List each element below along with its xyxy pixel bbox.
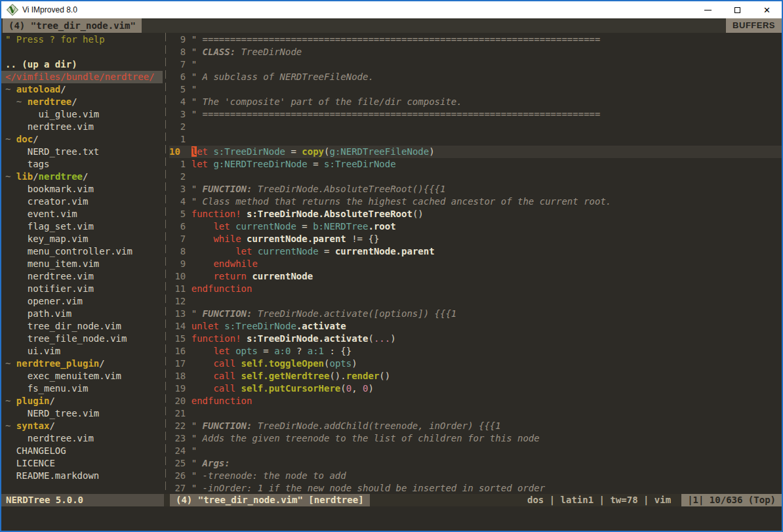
nerdtree-file[interactable]: opener.vim [5,295,163,308]
minimize-button[interactable] [693,1,723,18]
line-number: 8 [169,46,191,58]
code-line[interactable]: 25" Args: [169,457,782,470]
code-line[interactable]: 9" =====================================… [169,33,782,46]
code-line[interactable]: 11endfunction [169,283,782,295]
code-area[interactable]: 9" =====================================… [169,33,782,494]
code-line[interactable]: 22" FUNCTION: TreeDirNode.addChild(treen… [169,420,782,432]
nerdtree-file[interactable]: ui_glue.vim [5,108,163,121]
nerdtree-file[interactable]: README.markdown [5,470,163,482]
code-line[interactable]: 10 return currentNode [169,270,782,283]
code-line[interactable]: 6 let currentNode = b:NERDTree.root [169,220,782,233]
code-text: endwhile [191,258,782,270]
code-line[interactable]: 8" CLASS: TreeDirNode [169,46,782,58]
code-line[interactable]: 7" [169,58,782,71]
vim-app-icon [7,4,18,16]
code-line[interactable]: 3" =====================================… [169,108,782,121]
nerdtree-file[interactable]: event.vim [5,208,163,220]
nerdtree-file[interactable]: menu_controller.vim [5,245,163,258]
nerdtree-file[interactable]: bookmark.vim [5,183,163,195]
nerdtree-file[interactable]: creator.vim [5,195,163,208]
nerdtree-panel[interactable]: " Press ? for help.. (up a dir)</vimfile… [1,33,163,494]
nerdtree-file[interactable]: nerdtree.vim [5,121,163,133]
code-text: " FUNCTION: TreeDirNode.activate([option… [191,308,782,320]
statusline-filename: (4) "tree_dir_node.vim" [nerdtree] [170,494,370,506]
nerdtree-up-a-dir[interactable]: .. (up a dir) [5,58,163,71]
nerdtree-dir-plugin[interactable]: ~ plugin/ [5,395,163,407]
nerdtree-dir-syntax[interactable]: ~ syntax/ [5,420,163,432]
buffers-label[interactable]: BUFFERS [726,18,782,33]
code-line[interactable]: 5function! s:TreeDirNode.AbsoluteTreeRoo… [169,208,782,220]
code-line[interactable]: 6" A subclass of NERDTreeFileNode. [169,71,782,83]
nerdtree-file[interactable]: LICENCE [5,457,163,470]
titlebar: Vi IMproved 8.0 ✕ [1,1,782,18]
code-text: call self.getNerdtree().render() [191,370,782,382]
nerdtree-file[interactable]: NERD_tree.txt [5,146,163,158]
code-line[interactable]: 2 [169,121,782,133]
nerdtree-line[interactable]: " Press ? for help [5,33,163,46]
nerdtree-dir-nerdtree-plugin[interactable]: ~ nerdtree_plugin/ [5,358,163,370]
nerdtree-dir-autoload[interactable]: ~ autoload/ [5,83,163,96]
nerdtree-file[interactable]: ui.vim [5,345,163,358]
line-number: 4 [169,195,191,208]
nerdtree-dir-lib-nerdtree[interactable]: ~ lib/nerdtree/ [5,171,163,183]
nerdtree-file[interactable]: fs_menu.vim [5,382,163,395]
nerdtree-file[interactable]: exec_menuitem.vim [5,370,163,382]
code-line[interactable]: 23" Adds the given treenode to the list … [169,432,782,445]
code-line[interactable]: 24" [169,445,782,457]
code-line[interactable]: 1 [169,133,782,146]
code-line[interactable]: 14unlet s:TreeDirNode.activate [169,320,782,333]
nerdtree-file[interactable]: NERD_tree.vim [5,407,163,420]
nerdtree-file[interactable]: nerdtree.vim [5,432,163,445]
nerdtree-file[interactable]: flag_set.vim [5,220,163,233]
nerdtree-dir-doc[interactable]: ~ doc/ [5,133,163,146]
line-number: 24 [169,445,191,457]
line-number: 7 [169,233,191,245]
code-line[interactable]: 15function! s:TreeDirNode.activate(...) [169,333,782,345]
window-separator[interactable] [163,33,169,494]
command-line-area[interactable] [1,506,782,531]
nerdtree-root-path[interactable]: </vimfiles/bundle/nerdtree/ [1,71,163,83]
close-button[interactable]: ✕ [752,1,782,18]
minimize-icon [704,10,712,10]
nerdtree-file[interactable]: menu_item.vim [5,258,163,270]
code-line[interactable]: 13" FUNCTION: TreeDirNode.activate([opti… [169,308,782,320]
nerdtree-file[interactable]: CHANGELOG [5,445,163,457]
code-line[interactable]: 17 call self.toggleOpen(opts) [169,358,782,370]
code-text: " Args: [191,457,782,470]
nerdtree-file[interactable]: tags [5,158,163,171]
nerdtree-file[interactable]: notifier.vim [5,283,163,295]
code-line[interactable]: 26" -treenode: the node to add [169,470,782,482]
line-number: 7 [169,58,191,71]
maximize-button[interactable] [723,1,752,18]
nerdtree-file[interactable]: tree_file_node.vim [5,333,163,345]
nerdtree-file[interactable]: key_map.vim [5,233,163,245]
code-text: " CLASS: TreeDirNode [191,46,782,58]
code-text [191,295,782,308]
tab-tree-dir-node[interactable]: (4) "tree_dir_node.vim" [3,18,142,33]
code-line-current[interactable]: 10let s:TreeDirNode = copy(g:NERDTreeFil… [169,146,782,158]
nerdtree-file[interactable]: nerdtree.vim [5,270,163,283]
code-line[interactable]: 4" The 'composite' part of the file/dir … [169,96,782,108]
code-line[interactable]: 7 while currentNode.parent != {} [169,233,782,245]
code-line[interactable]: 12 [169,295,782,308]
code-line[interactable]: 21 [169,407,782,420]
line-number: 26 [169,470,191,482]
nerdtree-dir-nerdtree[interactable]: ~ nerdtree/ [5,96,163,108]
code-line[interactable]: 16 let opts = a:0 ? a:1 : {} [169,345,782,358]
code-line[interactable]: 1let g:NERDTreeDirNode = s:TreeDirNode [169,158,782,171]
line-number: 10 [169,146,191,158]
code-line[interactable]: 8 let currentNode = currentNode.parent [169,245,782,258]
code-line[interactable]: 2 [169,171,782,183]
nerdtree-file[interactable]: path.vim [5,308,163,320]
code-line[interactable]: 20endfunction [169,395,782,407]
code-line[interactable]: 18 call self.getNerdtree().render() [169,370,782,382]
code-line[interactable]: 9 endwhile [169,258,782,270]
code-line[interactable]: 19 call self.putCursorHere(0, 0) [169,382,782,395]
code-line[interactable]: 4" Class method that returns the highest… [169,195,782,208]
code-line[interactable]: 3" FUNCTION: TreeDirNode.AbsoluteTreeRoo… [169,183,782,195]
code-text: let g:NERDTreeDirNode = s:TreeDirNode [191,158,782,171]
nerdtree-file[interactable]: tree_dir_node.vim [5,320,163,333]
code-text [191,171,782,183]
code-line[interactable]: 27" -inOrder: 1 if the new node should b… [169,482,782,494]
code-line[interactable]: 5" [169,83,782,96]
